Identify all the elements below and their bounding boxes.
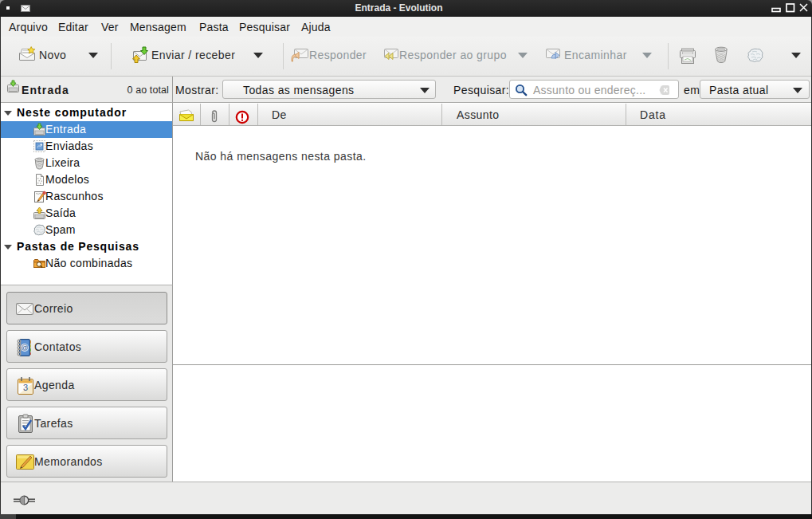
svg-text:@: @ (21, 344, 28, 352)
svg-text:3: 3 (23, 383, 28, 392)
